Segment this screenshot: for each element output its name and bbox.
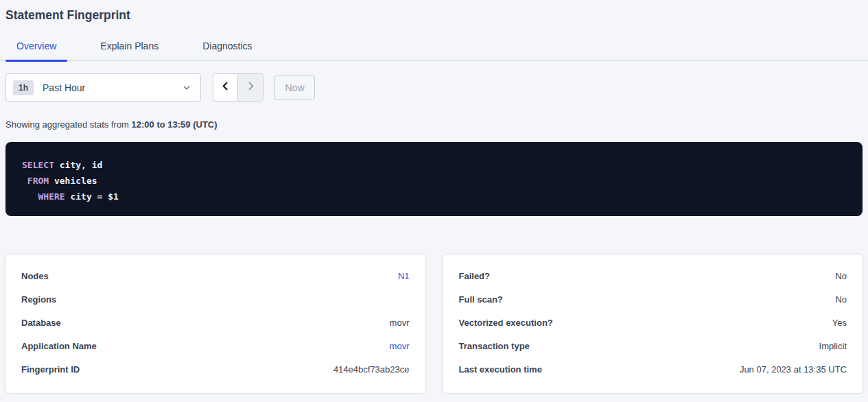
full-scan-value: No [835,294,847,305]
sql-line: FROM vehicles [22,173,846,189]
summary-cards: Nodes N1 Regions Database movr Applicati… [5,255,863,393]
row-failed: Failed? No [459,264,847,287]
row-nodes: Nodes N1 [21,264,410,287]
row-failed-label: Failed? [459,271,491,281]
row-transaction-type: Transaction type Implicit [459,334,847,357]
sql-keyword: FROM [27,176,49,186]
fingerprint-id-value: 414e4bcf73ab23ce [333,364,410,375]
chevron-right-icon [246,81,256,94]
sql-text: city, id [54,160,102,170]
chevron-down-icon [183,84,191,92]
transaction-type-value: Implicit [819,341,847,351]
page-title: Statement Fingerprint [5,8,863,23]
tab-explain-plans[interactable]: Explain Plans [89,35,169,60]
sql-keyword: WHERE [38,191,64,202]
time-controls: 1h Past Hour Now [5,73,863,102]
row-vectorized-execution: Vectorized execution? Yes [459,311,847,334]
row-regions: Regions [21,287,410,311]
aggregated-stats-caption: Showing aggregated stats from 12:00 to 1… [5,119,863,130]
failed-value: No [835,271,847,281]
time-range-badge: 1h [13,80,34,95]
tab-diagnostics[interactable]: Diagnostics [191,35,263,60]
row-full-scan: Full scan? No [459,287,847,311]
row-vectorized-execution-label: Vectorized execution? [459,318,553,328]
previous-interval-button[interactable] [213,74,238,101]
nodes-link[interactable]: N1 [398,271,410,281]
row-application-name: Application Name movr [21,334,410,357]
tab-overview-label: Overview [16,40,56,51]
database-value: movr [390,318,410,328]
sql-statement-box: SELECT city, id FROM vehicles WHERE city… [5,142,863,216]
now-button[interactable]: Now [274,75,315,100]
sql-line: WHERE city = $1 [22,189,846,204]
tab-overview[interactable]: Overview [5,35,67,60]
row-full-scan-label: Full scan? [459,294,503,305]
row-database-label: Database [21,318,61,328]
sql-keyword: SELECT [22,160,54,170]
row-regions-label: Regions [21,294,56,305]
caption-prefix: Showing aggregated stats from [5,119,129,130]
tab-explain-plans-label: Explain Plans [100,40,159,51]
row-last-execution-time: Last execution time Jun 07, 2023 at 13:3… [459,357,847,381]
time-range-dropdown[interactable]: 1h Past Hour [5,73,201,102]
vectorized-execution-value: Yes [832,318,847,328]
row-application-name-label: Application Name [21,341,97,351]
page-header: Statement Fingerprint [0,0,868,23]
statement-details-card: Nodes N1 Regions Database movr Applicati… [5,255,425,393]
execution-attributes-card: Failed? No Full scan? No Vectorized exec… [443,255,863,393]
sql-text: city = $1 [65,191,119,202]
time-range-label: Past Hour [43,82,183,93]
tab-bar: Overview Explain Plans Diagnostics [0,35,868,61]
caption-time-range: 12:00 to 13:59 (UTC) [132,119,218,130]
application-name-link[interactable]: movr [390,341,410,351]
row-nodes-label: Nodes [21,271,49,281]
row-last-execution-time-label: Last execution time [459,364,542,375]
row-transaction-type-label: Transaction type [459,341,530,351]
chevron-left-icon [220,81,231,94]
time-step-button-group [213,73,263,102]
row-fingerprint-id: Fingerprint ID 414e4bcf73ab23ce [21,357,410,381]
last-execution-time-value: Jun 07, 2023 at 13:35 UTC [740,364,847,375]
next-interval-button[interactable] [238,74,263,101]
row-fingerprint-id-label: Fingerprint ID [21,364,80,375]
sql-text: vehicles [49,176,97,186]
row-database: Database movr [21,311,410,334]
tab-diagnostics-label: Diagnostics [202,40,252,51]
sql-line: SELECT city, id [22,157,846,173]
